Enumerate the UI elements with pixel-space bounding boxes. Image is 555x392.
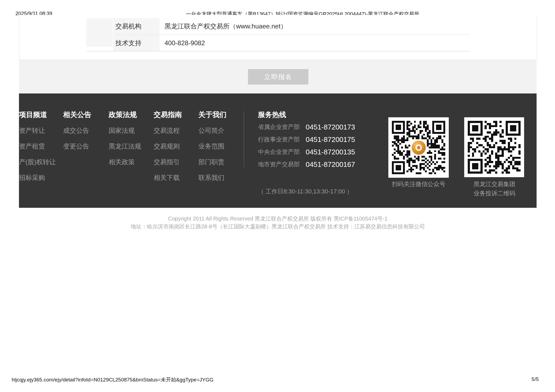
content-card: 交易机构 黑龙江联合产权交易所（www.huaee.net） 技术支持 400-… (19, 15, 537, 60)
table-label-trading-institution: 交易机构 (113, 18, 160, 34)
footer-nav-link[interactable]: 国家法规 (109, 127, 152, 134)
copyright-line1: Copyright 2011 All Rights Reserved 黑龙江联合… (19, 215, 537, 223)
footer-nav-link[interactable]: 联系我们 (198, 174, 242, 182)
wechat-qr-caption: 扫码关注微信公众号 (380, 180, 457, 189)
hotline-title: 服务热线 (258, 111, 383, 119)
footer-nav-column-guide: 交易指南 交易流程 交易规则 交易指引 相关下载 (154, 111, 197, 182)
footer-nav-link[interactable]: 产(股)权转让 (19, 158, 62, 166)
hotline-phone: 0451-87200135 (306, 148, 355, 156)
hotline-department: 地市资产交易部 (258, 160, 306, 169)
qr-code-image (468, 121, 521, 174)
copyright-line2: 地址：哈尔滨市南岗区长江路28-8号（长江国际大厦副楼）黑龙江联合产权交易所 技… (19, 223, 537, 231)
hotline-entry: 行政事业资产部 0451-87200175 (258, 135, 383, 144)
hotline-entry: 中央企业资产部 0451-87200135 (258, 148, 383, 156)
hotline-department: 省属企业资产部 (258, 123, 306, 131)
site-footer: 项目频道 资产转让 资产租赁 产(股)权转让 招标采购 相关公告 成交公告 变更… (19, 93, 537, 208)
table-label-tech-support: 技术支持 (113, 35, 160, 51)
footer-nav-column-about: 关于我们 公司简介 业务范围 部门职责 联系我们 (198, 111, 242, 182)
footer-nav-title: 关于我们 (198, 111, 242, 119)
hotline-entry: 省属企业资产部 0451-87200173 (258, 123, 383, 131)
print-source-url: hljcqjy.ejy365.com/ejy/detail?infoId=N01… (12, 376, 214, 383)
table-value-tech-support: 400-828-9082 (160, 35, 470, 51)
footer-vertical-divider (244, 111, 244, 167)
footer-hotline-section: 服务热线 省属企业资产部 0451-87200173 行政事业资产部 0451-… (258, 111, 383, 196)
footer-nav-title: 项目频道 (19, 111, 62, 119)
hotline-work-hours: （ 工作日8:30-11:30,13:30-17:00 ） (258, 187, 383, 196)
signup-button[interactable]: 立即报名 (248, 69, 308, 85)
complaint-qr-caption: 黑龙江交易集团 业务投诉二维码 (456, 180, 533, 198)
huaee-logo-icon (411, 140, 427, 156)
footer-nav-link[interactable]: 相关下载 (154, 174, 197, 182)
footer-nav-link[interactable]: 部门职责 (198, 158, 242, 166)
hotline-phone: 0451-87200167 (306, 160, 355, 169)
footer-nav-column-announcements: 相关公告 成交公告 变更公告 (63, 111, 107, 150)
info-table: 交易机构 黑龙江联合产权交易所（www.huaee.net） 技术支持 400-… (86, 18, 470, 51)
footer-nav-title: 政策法规 (109, 111, 152, 119)
hotline-phone: 0451-87200175 (306, 135, 355, 144)
signup-band: 立即报名 (19, 60, 537, 93)
complaint-qr-code (464, 117, 524, 177)
footer-nav-link[interactable]: 招标采购 (19, 174, 62, 182)
footer-nav-link[interactable]: 交易流程 (154, 127, 197, 134)
footer-nav-link[interactable]: 交易规则 (154, 142, 197, 150)
footer-nav-link[interactable]: 资产租赁 (19, 142, 62, 150)
footer-nav-link[interactable]: 成交公告 (63, 127, 107, 134)
table-bottom-border (86, 51, 470, 51)
footer-nav-link[interactable]: 公司简介 (198, 127, 242, 134)
footer-nav-link[interactable]: 资产转让 (19, 127, 62, 134)
footer-nav-link[interactable]: 变更公告 (63, 142, 107, 150)
table-rowspan-cell (86, 18, 113, 47)
hotline-entry: 地市资产交易部 0451-87200167 (258, 160, 383, 169)
footer-nav-title: 相关公告 (63, 111, 107, 119)
footer-nav-column-policies: 政策法规 国家法规 黑龙江法规 相关政策 (109, 111, 152, 166)
hotline-department: 中央企业资产部 (258, 148, 306, 156)
footer-nav-link[interactable]: 相关政策 (109, 158, 152, 166)
print-page-indicator: 5/5 (532, 376, 539, 382)
table-value-trading-institution: 黑龙江联合产权交易所（www.huaee.net） (160, 18, 470, 34)
footer-nav-link[interactable]: 黑龙江法规 (109, 142, 152, 150)
footer-nav-title: 交易指南 (154, 111, 197, 119)
hotline-phone: 0451-87200173 (306, 123, 355, 131)
footer-nav-link[interactable]: 交易指引 (154, 158, 197, 166)
footer-nav-link[interactable]: 业务范围 (198, 142, 242, 150)
wechat-qr-code (388, 117, 449, 178)
copyright-block: Copyright 2011 All Rights Reserved 黑龙江联合… (19, 215, 537, 231)
footer-nav-column-projects: 项目频道 资产转让 资产租赁 产(股)权转让 招标采购 (19, 111, 62, 182)
hotline-department: 行政事业资产部 (258, 135, 306, 144)
